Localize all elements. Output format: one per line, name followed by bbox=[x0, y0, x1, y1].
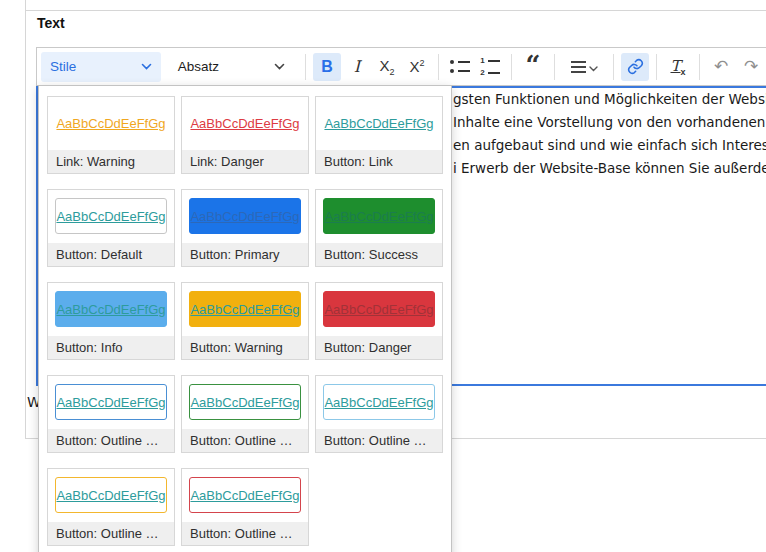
style-option-label: Button: Danger bbox=[316, 336, 442, 359]
superscript-icon: X2 bbox=[409, 58, 424, 75]
style-preview: AaBbCcDdEeFfGg bbox=[56, 116, 165, 131]
style-preview: AaBbCcDdEeFfGg bbox=[323, 384, 435, 420]
subscript-icon: X2 bbox=[379, 57, 394, 77]
style-option[interactable]: AaBbCcDdEeFfGgButton: Outline … bbox=[181, 375, 309, 453]
link-button[interactable] bbox=[621, 53, 649, 81]
chevron-down-icon bbox=[274, 63, 285, 70]
editor-toolbar: Stile Absatz B I X2 X2 1 2 bbox=[36, 47, 766, 86]
editor-text-line: en aufgebaut sind und wie einfach sich I… bbox=[453, 137, 766, 159]
undo-icon: ↶ bbox=[714, 56, 728, 77]
styles-dropdown[interactable]: Stile bbox=[41, 52, 161, 82]
style-preview: AaBbCcDdEeFfGg bbox=[323, 291, 435, 327]
toolbar-separator bbox=[511, 54, 512, 80]
style-preview: AaBbCcDdEeFfGg bbox=[55, 384, 167, 420]
style-option-label: Button: Warning bbox=[182, 336, 308, 359]
style-preview: AaBbCcDdEeFfGg bbox=[55, 477, 167, 513]
style-option[interactable]: AaBbCcDdEeFfGgButton: Success bbox=[315, 189, 443, 267]
italic-button[interactable]: I bbox=[343, 53, 371, 81]
style-option-label: Button: Info bbox=[48, 336, 174, 359]
redo-button[interactable]: ↷ bbox=[737, 53, 765, 81]
style-preview: AaBbCcDdEeFfGg bbox=[189, 477, 301, 513]
format-dropdown-value: Absatz bbox=[178, 59, 219, 74]
style-option[interactable]: AaBbCcDdEeFfGgButton: Outline … bbox=[47, 468, 175, 546]
toolbar-separator bbox=[699, 54, 700, 80]
style-preview: AaBbCcDdEeFfGg bbox=[55, 291, 167, 327]
field-label-text: Text bbox=[37, 15, 65, 31]
editor-text-line: Inhalte eine Vorstellung von den vorhand… bbox=[453, 114, 766, 136]
section-top-divider bbox=[25, 10, 766, 11]
style-option-label: Button: Link bbox=[316, 150, 442, 173]
style-preview: AaBbCcDdEeFfGg bbox=[324, 116, 433, 131]
numbered-list-button[interactable]: 1 2 bbox=[476, 53, 504, 81]
toolbar-separator bbox=[438, 54, 439, 80]
superscript-button[interactable]: X2 bbox=[403, 53, 431, 81]
format-dropdown[interactable]: Absatz bbox=[169, 52, 294, 82]
style-preview: AaBbCcDdEeFfGg bbox=[189, 198, 301, 234]
style-option-label: Button: Outline … bbox=[182, 522, 308, 545]
chevron-down-icon bbox=[589, 58, 598, 75]
blockquote-icon: “ bbox=[526, 60, 541, 74]
undo-button[interactable]: ↶ bbox=[707, 53, 735, 81]
italic-icon: I bbox=[354, 57, 360, 76]
toolbar-separator bbox=[554, 54, 555, 80]
bold-icon: B bbox=[321, 58, 333, 76]
style-option[interactable]: AaBbCcDdEeFfGgButton: Danger bbox=[315, 282, 443, 360]
align-button[interactable] bbox=[562, 53, 606, 81]
chevron-down-icon bbox=[141, 63, 152, 70]
style-option-label: Button: Primary bbox=[182, 243, 308, 266]
style-option-label: Button: Outline … bbox=[316, 429, 442, 452]
style-preview: AaBbCcDdEeFfGg bbox=[189, 291, 301, 327]
clear-formatting-icon: Tx bbox=[670, 57, 685, 77]
style-option[interactable]: AaBbCcDdEeFfGgButton: Outline … bbox=[315, 375, 443, 453]
style-option-label: Link: Danger bbox=[182, 150, 308, 173]
clear-formatting-button[interactable]: Tx bbox=[664, 53, 692, 81]
bold-button[interactable]: B bbox=[313, 53, 341, 81]
editor-text-line: i Erwerb der Website-Base können Sie auß… bbox=[453, 160, 766, 182]
bullet-list-button[interactable] bbox=[446, 53, 474, 81]
toolbar-separator bbox=[656, 54, 657, 80]
style-option[interactable]: AaBbCcDdEeFfGgButton: Outline … bbox=[181, 468, 309, 546]
style-option-label: Button: Default bbox=[48, 243, 174, 266]
style-option[interactable]: AaBbCcDdEeFfGgButton: Primary bbox=[181, 189, 309, 267]
subscript-button[interactable]: X2 bbox=[373, 53, 401, 81]
style-option[interactable]: AaBbCcDdEeFfGgButton: Warning bbox=[181, 282, 309, 360]
bullet-list-icon bbox=[450, 60, 470, 73]
link-icon bbox=[627, 58, 644, 75]
blockquote-button[interactable]: “ bbox=[519, 53, 547, 81]
numbered-list-icon: 1 2 bbox=[480, 56, 499, 77]
style-option-label: Button: Success bbox=[316, 243, 442, 266]
style-preview: AaBbCcDdEeFfGg bbox=[190, 116, 299, 131]
style-option[interactable]: AaBbCcDdEeFfGgButton: Outline … bbox=[47, 375, 175, 453]
panel-left-border bbox=[25, 0, 26, 439]
style-preview: AaBbCcDdEeFfGg bbox=[55, 198, 167, 234]
styles-dropdown-label: Stile bbox=[50, 59, 76, 74]
toolbar-separator bbox=[613, 54, 614, 80]
style-option-label: Link: Warning bbox=[48, 150, 174, 173]
style-preview: AaBbCcDdEeFfGg bbox=[189, 384, 301, 420]
style-option[interactable]: AaBbCcDdEeFfGgButton: Info bbox=[47, 282, 175, 360]
style-option-label: Button: Outline … bbox=[48, 522, 174, 545]
style-option[interactable]: AaBbCcDdEeFfGgButton: Default bbox=[47, 189, 175, 267]
redo-icon: ↷ bbox=[744, 56, 758, 77]
style-option-label: Button: Outline … bbox=[48, 429, 174, 452]
style-option[interactable]: AaBbCcDdEeFfGgLink: Danger bbox=[181, 96, 309, 174]
editor-text-line: gsten Funktionen und Möglichkeiten der W… bbox=[453, 91, 766, 113]
styles-menu: AaBbCcDdEeFfGgLink: Warning AaBbCcDdEeFf… bbox=[38, 85, 452, 552]
style-preview: AaBbCcDdEeFfGg bbox=[323, 198, 435, 234]
style-option-label: Button: Outline … bbox=[182, 429, 308, 452]
styles-menu-grid: AaBbCcDdEeFfGgLink: Warning AaBbCcDdEeFf… bbox=[47, 96, 451, 546]
align-left-icon bbox=[571, 61, 586, 73]
style-option[interactable]: AaBbCcDdEeFfGgLink: Warning bbox=[47, 96, 175, 174]
style-option[interactable]: AaBbCcDdEeFfGgButton: Link bbox=[315, 96, 443, 174]
editor-text-fragment: W bbox=[27, 394, 38, 410]
rich-text-editor: Stile Absatz B I X2 X2 1 2 bbox=[36, 47, 766, 86]
toolbar-separator bbox=[305, 54, 306, 80]
